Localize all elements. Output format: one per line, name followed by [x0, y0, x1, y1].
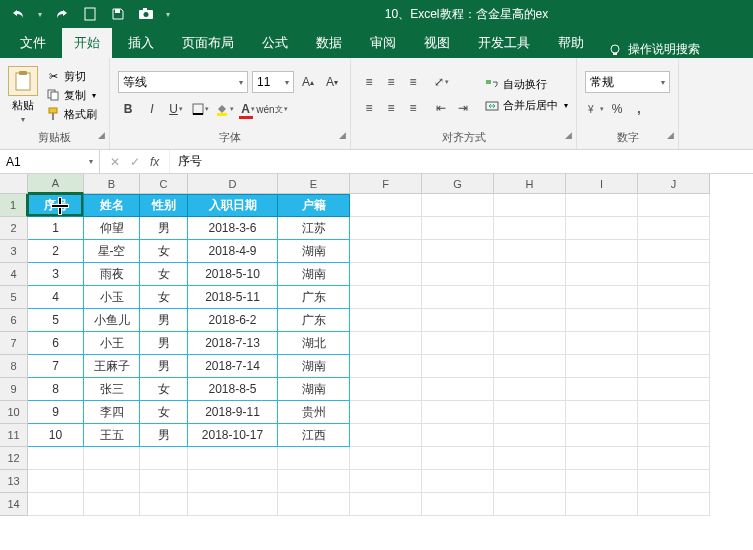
cell[interactable]	[494, 332, 566, 355]
cell[interactable]	[638, 217, 710, 240]
cell[interactable]: 小玉	[84, 286, 140, 309]
cell[interactable]	[494, 401, 566, 424]
col-header-A[interactable]: A	[28, 174, 84, 194]
cut-button[interactable]: ✂剪切	[42, 68, 101, 85]
cell[interactable]: 2018-4-9	[188, 240, 278, 263]
save-icon[interactable]	[110, 6, 126, 22]
row-header-12[interactable]: 12	[0, 447, 28, 470]
cell[interactable]	[422, 217, 494, 240]
cell[interactable]	[350, 355, 422, 378]
row-header-3[interactable]: 3	[0, 240, 28, 263]
cell[interactable]: 2018-6-2	[188, 309, 278, 332]
cell[interactable]	[638, 424, 710, 447]
percent-format-icon[interactable]: %	[607, 99, 627, 119]
cell[interactable]	[422, 470, 494, 493]
cell[interactable]: 广东	[278, 309, 350, 332]
cell[interactable]	[350, 470, 422, 493]
cells-area[interactable]: 序号姓名性别入职日期户籍1仰望男2018-3-6江苏2星-空女2018-4-9湖…	[28, 194, 753, 516]
col-header-G[interactable]: G	[422, 174, 494, 194]
cell[interactable]	[494, 470, 566, 493]
cell[interactable]	[350, 286, 422, 309]
cell[interactable]	[422, 309, 494, 332]
paste-icon[interactable]	[8, 66, 38, 96]
cell[interactable]: 王麻子	[84, 355, 140, 378]
cancel-icon[interactable]: ✕	[110, 155, 120, 169]
cell[interactable]	[350, 424, 422, 447]
cell[interactable]	[566, 309, 638, 332]
row-header-4[interactable]: 4	[0, 263, 28, 286]
cell[interactable]: 姓名	[84, 194, 140, 217]
name-box[interactable]: A1▾	[0, 150, 100, 173]
cell[interactable]: 贵州	[278, 401, 350, 424]
cell[interactable]: 2018-10-17	[188, 424, 278, 447]
new-icon[interactable]	[82, 6, 98, 22]
cell[interactable]	[422, 424, 494, 447]
cell[interactable]: 男	[140, 332, 188, 355]
cell[interactable]	[140, 470, 188, 493]
cell[interactable]: 广东	[278, 286, 350, 309]
dialog-launcher-icon[interactable]: ◢	[98, 130, 105, 140]
align-right-icon[interactable]: ≡	[403, 98, 423, 118]
cell[interactable]	[422, 286, 494, 309]
wrap-text-button[interactable]: 自动换行	[485, 77, 568, 92]
cell[interactable]	[350, 240, 422, 263]
row-header-13[interactable]: 13	[0, 470, 28, 493]
cell[interactable]	[350, 378, 422, 401]
col-header-C[interactable]: C	[140, 174, 188, 194]
cell[interactable]	[566, 355, 638, 378]
align-top-icon[interactable]: ≡	[359, 72, 379, 92]
tab-视图[interactable]: 视图	[412, 28, 462, 58]
cell[interactable]	[566, 286, 638, 309]
cell[interactable]	[494, 240, 566, 263]
row-header-5[interactable]: 5	[0, 286, 28, 309]
accounting-format-icon[interactable]: ¥	[585, 99, 605, 119]
cell[interactable]	[494, 355, 566, 378]
cell[interactable]	[350, 332, 422, 355]
tab-帮助[interactable]: 帮助	[546, 28, 596, 58]
row-header-9[interactable]: 9	[0, 378, 28, 401]
font-size-combo[interactable]: 11▾	[252, 71, 294, 93]
cell[interactable]: 湖南	[278, 263, 350, 286]
cell[interactable]	[638, 401, 710, 424]
cell[interactable]	[566, 332, 638, 355]
col-header-D[interactable]: D	[188, 174, 278, 194]
cell[interactable]: 湖南	[278, 240, 350, 263]
cell[interactable]: 湖南	[278, 378, 350, 401]
cell[interactable]	[422, 263, 494, 286]
fill-color-button[interactable]	[214, 99, 234, 119]
orientation-icon[interactable]: ⤢	[431, 72, 451, 92]
cell[interactable]	[422, 240, 494, 263]
dialog-launcher-icon[interactable]: ◢	[339, 130, 346, 140]
cell[interactable]: 湖北	[278, 332, 350, 355]
cell[interactable]	[566, 424, 638, 447]
cell[interactable]	[278, 447, 350, 470]
cell[interactable]: 江苏	[278, 217, 350, 240]
cell[interactable]: 女	[140, 378, 188, 401]
col-header-I[interactable]: I	[566, 174, 638, 194]
camera-icon[interactable]	[138, 6, 154, 22]
cell[interactable]	[566, 217, 638, 240]
cell[interactable]	[638, 493, 710, 516]
cell[interactable]	[494, 493, 566, 516]
cell[interactable]	[566, 194, 638, 217]
increase-font-icon[interactable]: A▴	[298, 72, 318, 92]
cell[interactable]	[350, 309, 422, 332]
cell[interactable]	[566, 378, 638, 401]
cell[interactable]	[494, 263, 566, 286]
tab-文件[interactable]: 文件	[8, 28, 58, 58]
row-header-11[interactable]: 11	[0, 424, 28, 447]
dialog-launcher-icon[interactable]: ◢	[565, 130, 572, 140]
cell[interactable]	[638, 447, 710, 470]
cell[interactable]	[422, 401, 494, 424]
row-header-6[interactable]: 6	[0, 309, 28, 332]
row-header-14[interactable]: 14	[0, 493, 28, 516]
cell[interactable]	[422, 194, 494, 217]
underline-button[interactable]: U	[166, 99, 186, 119]
tab-数据[interactable]: 数据	[304, 28, 354, 58]
formula-input[interactable]: 序号	[170, 153, 753, 170]
comma-format-icon[interactable]: ,	[629, 99, 649, 119]
align-bottom-icon[interactable]: ≡	[403, 72, 423, 92]
cell[interactable]	[494, 378, 566, 401]
row-header-7[interactable]: 7	[0, 332, 28, 355]
cell[interactable]: 2018-9-11	[188, 401, 278, 424]
